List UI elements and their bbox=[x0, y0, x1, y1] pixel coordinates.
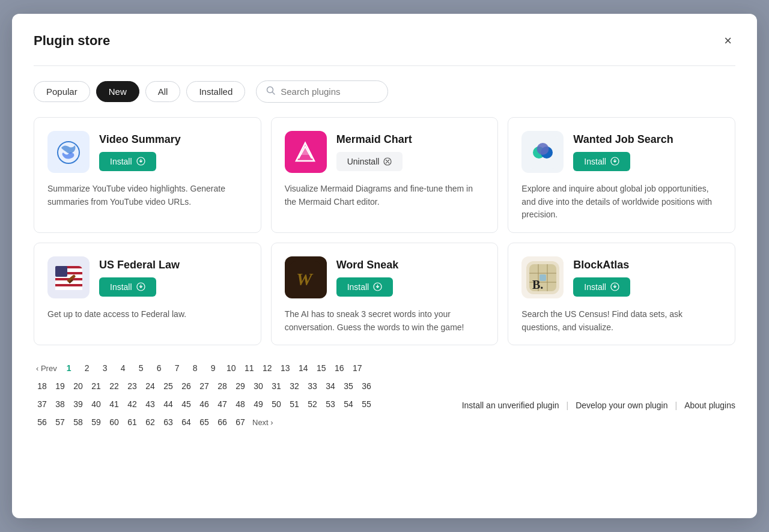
page-3[interactable]: 3 bbox=[97, 360, 114, 376]
page-55[interactable]: 55 bbox=[358, 396, 375, 413]
page-56[interactable]: 56 bbox=[34, 414, 50, 431]
page-31[interactable]: 31 bbox=[268, 378, 285, 394]
page-54[interactable]: 54 bbox=[340, 396, 357, 413]
next-button[interactable]: Next › bbox=[250, 414, 276, 431]
page-47[interactable]: 47 bbox=[214, 396, 231, 413]
page-16[interactable]: 16 bbox=[331, 360, 348, 376]
page-12[interactable]: 12 bbox=[259, 360, 276, 376]
page-60[interactable]: 60 bbox=[106, 414, 123, 431]
page-14[interactable]: 14 bbox=[295, 360, 312, 376]
search-input[interactable] bbox=[281, 86, 377, 97]
page-41[interactable]: 41 bbox=[106, 396, 123, 413]
page-33[interactable]: 33 bbox=[304, 378, 321, 394]
prev-button[interactable]: ‹ Prev bbox=[34, 360, 59, 376]
page-57[interactable]: 57 bbox=[52, 414, 68, 431]
page-34[interactable]: 34 bbox=[322, 378, 339, 394]
plugin-store-modal: Plugin store × Popular New All Installed bbox=[12, 14, 757, 518]
search-icon bbox=[266, 86, 276, 97]
page-13[interactable]: 13 bbox=[277, 360, 294, 376]
page-62[interactable]: 62 bbox=[142, 414, 159, 431]
page-23[interactable]: 23 bbox=[124, 378, 141, 394]
develop-plugin-link[interactable]: Develop your own plugin bbox=[576, 401, 667, 410]
page-63[interactable]: 63 bbox=[160, 414, 177, 431]
page-64[interactable]: 64 bbox=[178, 414, 195, 431]
page-10[interactable]: 10 bbox=[223, 360, 240, 376]
page-37[interactable]: 37 bbox=[34, 396, 50, 413]
page-27[interactable]: 27 bbox=[196, 378, 213, 394]
page-43[interactable]: 43 bbox=[142, 396, 159, 413]
page-30[interactable]: 30 bbox=[250, 378, 267, 394]
plugin-card-wanted: Wanted Job Search Install Explore and in… bbox=[508, 117, 735, 233]
plugin-name: Video Summary bbox=[99, 133, 181, 146]
page-53[interactable]: 53 bbox=[322, 396, 339, 413]
page-46[interactable]: 46 bbox=[196, 396, 213, 413]
page-9[interactable]: 9 bbox=[205, 360, 222, 376]
page-32[interactable]: 32 bbox=[286, 378, 303, 394]
plugin-desc: Search the US Census! Find data sets, as… bbox=[521, 308, 722, 334]
close-button[interactable]: × bbox=[720, 33, 735, 49]
page-24[interactable]: 24 bbox=[142, 378, 159, 394]
page-15[interactable]: 15 bbox=[313, 360, 330, 376]
page-44[interactable]: 44 bbox=[160, 396, 177, 413]
page-17[interactable]: 17 bbox=[349, 360, 366, 376]
page-18[interactable]: 18 bbox=[34, 378, 50, 394]
page-11[interactable]: 11 bbox=[241, 360, 258, 376]
modal-header: Plugin store × bbox=[34, 33, 735, 49]
page-5[interactable]: 5 bbox=[133, 360, 150, 376]
plugin-header: Mermaid Chart Uninstall bbox=[285, 131, 485, 173]
install-button-video-summary[interactable]: Install bbox=[99, 152, 156, 171]
uninstall-button-mermaid[interactable]: Uninstall bbox=[336, 152, 403, 171]
page-58[interactable]: 58 bbox=[70, 414, 87, 431]
page-48[interactable]: 48 bbox=[232, 396, 249, 413]
page-36[interactable]: 36 bbox=[358, 378, 375, 394]
page-59[interactable]: 59 bbox=[88, 414, 105, 431]
page-29[interactable]: 29 bbox=[232, 378, 249, 394]
filter-installed[interactable]: Installed bbox=[186, 81, 245, 102]
about-plugins-link[interactable]: About plugins bbox=[684, 401, 735, 410]
filter-popular[interactable]: Popular bbox=[34, 81, 90, 102]
install-button-blockatlas[interactable]: Install bbox=[573, 277, 630, 297]
page-65[interactable]: 65 bbox=[196, 414, 213, 431]
page-40[interactable]: 40 bbox=[88, 396, 105, 413]
page-50[interactable]: 50 bbox=[268, 396, 285, 413]
modal-title: Plugin store bbox=[34, 33, 110, 49]
plugin-info: Wanted Job Search Install bbox=[573, 133, 673, 171]
page-38[interactable]: 38 bbox=[52, 396, 68, 413]
install-button-wanted[interactable]: Install bbox=[573, 152, 630, 171]
install-unverified-link[interactable]: Install an unverified plugin bbox=[462, 401, 559, 410]
page-20[interactable]: 20 bbox=[70, 378, 87, 394]
page-1[interactable]: 1 bbox=[61, 360, 78, 376]
page-25[interactable]: 25 bbox=[160, 378, 177, 394]
page-61[interactable]: 61 bbox=[124, 414, 141, 431]
install-button-federal[interactable]: Install bbox=[99, 277, 156, 297]
page-2[interactable]: 2 bbox=[79, 360, 96, 376]
filter-all[interactable]: All bbox=[145, 81, 181, 102]
footer-links: Install an unverified plugin | Develop y… bbox=[462, 401, 735, 410]
page-26[interactable]: 26 bbox=[178, 378, 195, 394]
page-39[interactable]: 39 bbox=[70, 396, 87, 413]
page-21[interactable]: 21 bbox=[88, 378, 105, 394]
page-66[interactable]: 66 bbox=[214, 414, 231, 431]
svg-text:W: W bbox=[296, 269, 314, 289]
filter-new[interactable]: New bbox=[96, 81, 139, 102]
svg-line-1 bbox=[273, 92, 275, 95]
page-7[interactable]: 7 bbox=[169, 360, 186, 376]
install-button-word-sneak[interactable]: Install bbox=[336, 277, 394, 297]
page-67[interactable]: 67 bbox=[232, 414, 249, 431]
plugin-card-blockatlas: B. BlockAtlas Install Search the US Cens… bbox=[508, 243, 735, 345]
plugin-name: BlockAtlas bbox=[573, 259, 630, 271]
page-4[interactable]: 4 bbox=[115, 360, 132, 376]
page-42[interactable]: 42 bbox=[124, 396, 141, 413]
page-28[interactable]: 28 bbox=[214, 378, 231, 394]
page-45[interactable]: 45 bbox=[178, 396, 195, 413]
page-49[interactable]: 49 bbox=[250, 396, 267, 413]
page-8[interactable]: 8 bbox=[187, 360, 204, 376]
page-19[interactable]: 19 bbox=[52, 378, 68, 394]
page-51[interactable]: 51 bbox=[286, 396, 303, 413]
filter-bar: Popular New All Installed bbox=[34, 80, 735, 103]
page-6[interactable]: 6 bbox=[151, 360, 168, 376]
page-35[interactable]: 35 bbox=[340, 378, 357, 394]
page-52[interactable]: 52 bbox=[304, 396, 321, 413]
plugin-icon-mermaid bbox=[285, 131, 327, 173]
page-22[interactable]: 22 bbox=[106, 378, 123, 394]
